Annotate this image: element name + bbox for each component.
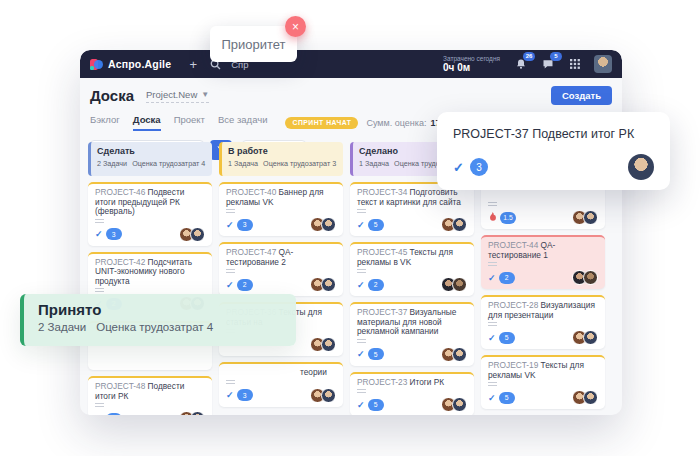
task-id: PROJECT-45 [357,247,410,257]
check-icon: ✓ [357,400,365,410]
task-card[interactable]: PROJECT-44 QA-тестирование 1✓2 [481,235,605,289]
task-id: PROJECT-23 [357,377,410,387]
column-task-count: 2 Задачи [38,321,86,333]
estimate-badge: 2 [368,279,384,291]
task-footer: ✓3 [95,228,205,241]
task-name: Итоги РК [410,377,445,387]
description-icon [95,219,104,225]
notifications-bell-icon[interactable]: 26 [513,56,529,72]
description-icon [95,403,104,409]
top-navbar: Аспро.Agile + Спр Затрачено сегодня 0ч 0… [80,50,622,78]
estimate-badge: 5 [368,219,384,231]
task-footer: ✓5 [357,348,467,361]
avatar [452,277,467,292]
task-card[interactable]: PROJECT-47 QA-тестирование 2✓2 [219,242,343,296]
task-card[interactable]: PROJECT-37 Визуальные материалы для ново… [350,302,474,366]
check-icon: ✓ [357,280,365,290]
create-button[interactable]: Создать [551,86,612,105]
time-tracker-value: 0ч 0м [443,62,500,73]
avatars [445,347,467,362]
task-id: PROJECT-44 [488,240,541,250]
accepted-column-callout: Принято 2 Задачи Оценка трудозатрат 4 [20,294,296,346]
avatar [628,154,654,180]
task-title: PROJECT-45 Тексты для рекламы в VK [357,248,467,267]
avatars [576,390,598,405]
task-card[interactable]: PROJECT-19 Тексты для рекламы VK✓5 [481,355,605,409]
time-tracker: Затрачено сегодня 0ч 0м [443,55,500,73]
task-card[interactable]: PROJECT-46 Подвести итоги предыдущей РК … [88,182,212,246]
task-card[interactable]: PROJECT-28 Визуализация для презентации✓… [481,295,605,349]
column-title: В работе [228,146,337,156]
tabs: БэклогДоскаПроектВсе задачи [90,114,267,131]
board-column: В работе1 ЗадачаОценка трудозатрат 3PROJ… [219,142,343,407]
check-icon: ✓ [226,390,234,400]
column-meta: 1 ЗадачаОценка трудозатрат 3 [228,159,337,168]
task-card[interactable]: PROJECT-48 Подвести итоги РК✓2 [88,376,212,415]
task-card[interactable]: теории✓3 [219,362,343,407]
check-icon: ✓ [226,280,234,290]
column-title: Сделать [97,146,206,156]
avatars [314,388,336,403]
task-id: PROJECT-46 [95,187,148,197]
page-title: Доска [90,87,134,104]
task-footer: ✓2 [357,278,467,291]
sprint-status-badge: СПРИНТ НАЧАТ [285,117,358,129]
close-icon[interactable]: × [285,16,306,37]
column-title: Принято [38,301,296,318]
task-title: PROJECT-47 QA-тестирование 2 [226,248,336,267]
task-card[interactable]: PROJECT-23 Итоги РК✓5 [350,372,474,416]
tab-1[interactable]: Доска [133,114,161,131]
app-logo: Аспро.Agile [90,58,171,71]
check-icon: ✓ [95,414,103,416]
drag-preview-card[interactable]: PROJECT-37 Подвести итог РК ✓ 3 [437,112,670,190]
task-name: теории [300,368,327,378]
description-icon [357,269,366,275]
check-icon: ✓ [226,220,234,230]
avatar [583,270,598,285]
column-header: Сделать2 ЗадачиОценка трудозатрат 4 [88,142,212,176]
estimate-badge: 3 [470,158,488,176]
avatar [452,347,467,362]
description-icon [357,209,366,215]
tab-0[interactable]: Бэклог [90,114,120,131]
avatars [576,330,598,345]
logo-icon [90,58,103,71]
avatars [576,270,598,285]
add-icon[interactable]: + [185,56,201,72]
user-avatar[interactable] [594,55,612,73]
task-footer: ✓2 [226,278,336,291]
flame-icon [488,212,497,223]
task-footer: ✓3 [226,389,336,402]
task-title: PROJECT-46 Подвести итоги предыдущей РК … [95,188,205,217]
chevron-down-icon: ▼ [201,90,209,99]
avatar [583,390,598,405]
task-card[interactable]: PROJECT-40 Баннер для рекламы VK✓3 [219,182,343,236]
avatars [576,210,598,225]
task-footer: ✓2 [95,412,205,415]
column-task-count: 1 Задача [359,159,389,168]
task-card[interactable]: PROJECT-34 Подготовить текст и картинки … [350,182,474,236]
apps-grid-icon[interactable] [567,56,583,72]
check-icon: ✓ [95,229,103,239]
chat-icon[interactable]: 5 [540,56,556,72]
avatar [321,217,336,232]
avatars [314,217,336,232]
tab-2[interactable]: Проект [174,114,205,131]
description-icon [488,382,497,388]
task-card[interactable]: PROJECT-45 Тексты для рекламы в VK✓2 [350,242,474,296]
description-icon [357,389,366,395]
estimate-badge: 3 [237,219,253,231]
estimate-badge: 2 [237,279,253,291]
task-id: PROJECT-19 [488,360,541,370]
column-estimate: Оценка трудозатрат 3 [263,159,336,168]
avatar [452,397,467,412]
tab-3[interactable]: Все задачи [218,114,268,131]
project-selector[interactable]: Project.New ▼ [146,89,209,103]
avatar [321,277,336,292]
avatars [183,227,205,242]
estimate-badge: 5 [499,332,515,344]
task-title: PROJECT-23 Итоги РК [357,378,467,388]
column-cards: 1.5PROJECT-44 QA-тестирование 1✓2PROJECT… [481,182,605,415]
check-icon: ✓ [453,160,464,175]
avatars [445,217,467,232]
